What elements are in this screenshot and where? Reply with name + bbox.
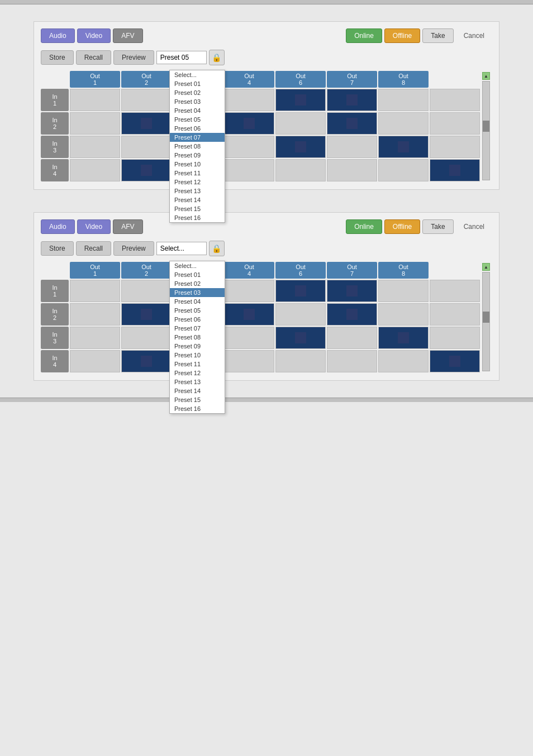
p2-r4c4[interactable]	[224, 350, 274, 372]
dropdown2-item-p09[interactable]: Preset 09	[170, 342, 225, 351]
dropdown-item-p06[interactable]: Preset 06	[170, 124, 225, 133]
p2-r1c7[interactable]	[378, 280, 429, 302]
cell-r1c1[interactable]	[70, 89, 120, 111]
dropdown2-item-p03[interactable]: Preset 03	[170, 288, 225, 297]
cell-r4c5[interactable]	[275, 159, 326, 181]
cell-r4c7[interactable]	[378, 159, 429, 181]
scroll-up-btn[interactable]: ▲	[482, 72, 490, 80]
cell-r3c1[interactable]	[70, 136, 120, 158]
audio-button-2[interactable]: Audio	[41, 219, 75, 234]
cell-r2c4[interactable]	[224, 112, 274, 135]
dropdown2-item-p02[interactable]: Preset 02	[170, 279, 225, 288]
scroll-up-btn-2[interactable]: ▲	[482, 263, 490, 271]
cell-r3c6[interactable]	[327, 136, 377, 158]
cell-r4c6[interactable]	[327, 159, 377, 181]
dropdown2-item-p08[interactable]: Preset 08	[170, 333, 225, 342]
cancel-button[interactable]: Cancel	[456, 29, 492, 42]
p2-r2c7[interactable]	[378, 303, 429, 326]
online-button[interactable]: Online	[346, 28, 382, 43]
cell-r1c7[interactable]	[378, 89, 429, 111]
video-button[interactable]: Video	[77, 28, 111, 43]
p2-r1c5[interactable]	[275, 280, 326, 302]
dropdown-item-p11[interactable]: Preset 11	[170, 169, 225, 178]
cancel-button-2[interactable]: Cancel	[456, 220, 492, 233]
offline-button[interactable]: Offline	[384, 28, 420, 43]
dropdown-item-p05[interactable]: Preset 05	[170, 115, 225, 124]
p2-r4c5[interactable]	[275, 350, 326, 372]
cell-r3c5[interactable]	[275, 136, 326, 158]
cell-r2c2[interactable]	[121, 112, 172, 135]
cell-r2c5[interactable]	[275, 112, 326, 135]
cell-r4c2[interactable]	[121, 159, 172, 181]
cell-r3c4[interactable]	[224, 136, 274, 158]
p2-r1c2[interactable]	[121, 280, 172, 302]
afv-button[interactable]: AFV	[113, 28, 142, 43]
cell-r1c4[interactable]	[224, 89, 274, 111]
cell-r2c7[interactable]	[378, 112, 429, 135]
dropdown2-item-p05[interactable]: Preset 05	[170, 306, 225, 315]
p2-r4c7[interactable]	[378, 350, 429, 372]
p2-r3c7[interactable]	[378, 327, 429, 349]
dropdown2-item-p07[interactable]: Preset 07	[170, 324, 225, 333]
p2-r2c1[interactable]	[70, 303, 120, 326]
cell-r4c8[interactable]	[430, 159, 480, 181]
cell-r1c8[interactable]	[430, 89, 480, 111]
dropdown2-item-p10[interactable]: Preset 10	[170, 351, 225, 360]
store-button-2[interactable]: Store	[41, 241, 74, 256]
p2-r3c6[interactable]	[327, 327, 377, 349]
dropdown2-item-select[interactable]: Select...	[170, 261, 225, 270]
cell-r1c5[interactable]	[275, 89, 326, 111]
dropdown2-item-p16[interactable]: Preset 16	[170, 404, 225, 413]
preview-button[interactable]: Preview	[113, 50, 154, 65]
dropdown-item-p12[interactable]: Preset 12	[170, 178, 225, 186]
p2-r2c4[interactable]	[224, 303, 274, 326]
cell-r4c4[interactable]	[224, 159, 274, 181]
dropdown-item-p03[interactable]: Preset 03	[170, 97, 225, 106]
p2-r3c8[interactable]	[430, 327, 480, 349]
p2-r3c4[interactable]	[224, 327, 274, 349]
p2-r3c2[interactable]	[121, 327, 172, 349]
p2-r3c5[interactable]	[275, 327, 326, 349]
video-button-2[interactable]: Video	[77, 219, 111, 234]
audio-button[interactable]: Audio	[41, 28, 75, 43]
dropdown2-item-p12[interactable]: Preset 12	[170, 369, 225, 377]
p2-r4c6[interactable]	[327, 350, 377, 372]
dropdown-item-p16[interactable]: Preset 16	[170, 213, 225, 222]
dropdown2-item-p14[interactable]: Preset 14	[170, 386, 225, 395]
dropdown-item-p10[interactable]: Preset 10	[170, 160, 225, 169]
dropdown-item-p04[interactable]: Preset 04	[170, 106, 225, 115]
dropdown-item-p07[interactable]: Preset 07	[170, 133, 225, 142]
dropdown-item-p15[interactable]: Preset 15	[170, 204, 225, 213]
dropdown-item-p02[interactable]: Preset 02	[170, 88, 225, 97]
dropdown2-item-p04[interactable]: Preset 04	[170, 297, 225, 306]
dropdown2-item-p13[interactable]: Preset 13	[170, 377, 225, 386]
dropdown-item-select[interactable]: Select...	[170, 70, 225, 79]
store-button[interactable]: Store	[41, 50, 74, 65]
dropdown-item-p08[interactable]: Preset 08	[170, 142, 225, 151]
preview-button-2[interactable]: Preview	[113, 241, 154, 256]
p2-r1c1[interactable]	[70, 280, 120, 302]
take-button-2[interactable]: Take	[422, 219, 453, 234]
dropdown-item-p14[interactable]: Preset 14	[170, 195, 225, 204]
dropdown2-item-p15[interactable]: Preset 15	[170, 395, 225, 404]
p2-r3c1[interactable]	[70, 327, 120, 349]
dropdown2-item-p01[interactable]: Preset 01	[170, 270, 225, 279]
preset-select-panel1[interactable]: Preset 05 Select... Preset 01 Preset 02 …	[156, 51, 207, 64]
cell-r3c8[interactable]	[430, 136, 480, 158]
scroll-track[interactable]	[482, 81, 490, 180]
recall-button-2[interactable]: Recall	[76, 241, 111, 256]
cell-r1c6[interactable]	[327, 89, 377, 111]
dropdown-item-p01[interactable]: Preset 01	[170, 79, 225, 88]
cell-r3c2[interactable]	[121, 136, 172, 158]
cell-r4c1[interactable]	[70, 159, 120, 181]
recall-button[interactable]: Recall	[76, 50, 111, 65]
cell-r2c8[interactable]	[430, 112, 480, 135]
p2-r2c2[interactable]	[121, 303, 172, 326]
afv-button-2[interactable]: AFV	[113, 219, 142, 234]
p2-r2c8[interactable]	[430, 303, 480, 326]
preset-select-panel2[interactable]: Select... Preset 01 Preset 02 Preset 03 …	[156, 242, 207, 255]
cell-r2c6[interactable]	[327, 112, 377, 135]
p2-r4c1[interactable]	[70, 350, 120, 372]
p2-r2c5[interactable]	[275, 303, 326, 326]
offline-button-2[interactable]: Offline	[384, 219, 420, 234]
